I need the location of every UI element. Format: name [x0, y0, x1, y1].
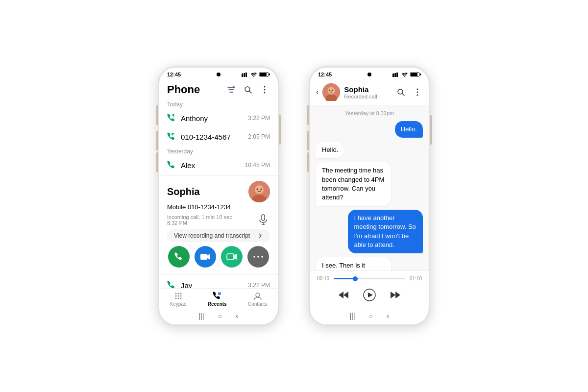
- msg-hello-sent-text: Hello.: [401, 125, 417, 133]
- status-bar-2: 12:45: [310, 68, 429, 79]
- audio-progress-bar: 00:10 01:10: [317, 276, 422, 281]
- call-item-alex[interactable]: Alex 10:45 PM: [159, 156, 278, 174]
- android-home-btn-2[interactable]: ○: [369, 312, 373, 320]
- date-label: Yesterday at 8:32pm: [316, 110, 423, 116]
- call-time-jay: 3:22 PM: [248, 282, 270, 288]
- call-name-unknown: 010-1234-4567: [181, 133, 243, 141]
- svg-point-43: [256, 293, 260, 297]
- msg-meeting-received: The meeting time has been changed to 4PM…: [316, 162, 391, 206]
- svg-point-10: [233, 86, 235, 88]
- svg-rect-2: [245, 73, 247, 77]
- android-menu-btn-2[interactable]: |||: [350, 312, 355, 320]
- more-icon[interactable]: [259, 84, 270, 95]
- svg-point-34: [177, 293, 179, 294]
- android-home-btn-1[interactable]: ○: [218, 312, 222, 320]
- nav-keypad-label: Keypad: [170, 301, 187, 307]
- camera-dot-1: [217, 73, 220, 76]
- view-recording-label: View recording and transcript: [174, 232, 250, 239]
- svg-marker-27: [207, 254, 210, 260]
- status-bar-1: 12:45: [159, 68, 278, 79]
- svg-point-19: [255, 185, 264, 194]
- svg-point-39: [175, 298, 176, 299]
- chat-contact-info: Sophia Recorded call: [344, 85, 392, 99]
- nav-contacts[interactable]: Contacts: [248, 292, 267, 307]
- chat-search-icon[interactable]: [395, 87, 406, 98]
- msg-hello-received: Hello.: [316, 142, 344, 158]
- progress-thumb: [353, 276, 358, 281]
- view-recording-button[interactable]: View recording and transcript: [167, 229, 270, 242]
- android-menu-btn-1[interactable]: |||: [199, 312, 204, 320]
- filter-icon[interactable]: [226, 84, 237, 95]
- more-options-button[interactable]: [247, 246, 269, 268]
- status-icons-2: [392, 72, 421, 77]
- call-button[interactable]: [168, 246, 190, 268]
- call-time-unknown: 2:05 PM: [248, 133, 270, 140]
- audio-player: 00:10 01:10: [310, 270, 429, 309]
- svg-marker-29: [234, 254, 237, 260]
- status-icons-1: [242, 72, 270, 77]
- svg-point-60: [417, 95, 418, 96]
- time-2: 12:45: [318, 72, 332, 77]
- android-back-btn-2[interactable]: ‹: [387, 312, 389, 320]
- rewind-button[interactable]: [338, 291, 349, 299]
- svg-marker-61: [339, 292, 343, 298]
- chat-recorded-status: Recorded call: [344, 94, 392, 99]
- msg-another-meeting-text: I have another meeting tomorrow. So I'm …: [354, 214, 416, 248]
- svg-point-35: [180, 293, 181, 294]
- meet-button[interactable]: [221, 246, 243, 268]
- svg-point-15: [264, 92, 266, 94]
- video-call-button[interactable]: [195, 246, 216, 268]
- chat-header-icons: [395, 87, 423, 98]
- svg-point-52: [328, 87, 335, 95]
- svg-point-13: [264, 86, 266, 88]
- svg-point-3: [253, 76, 254, 77]
- svg-rect-45: [394, 73, 396, 77]
- call-item-anthony[interactable]: Anthony 3:22 PM: [159, 109, 278, 127]
- svg-point-40: [177, 298, 179, 299]
- time-1: 12:45: [167, 72, 181, 77]
- call-time-alex: 10:45 PM: [245, 162, 270, 169]
- nav-keypad[interactable]: Keypad: [170, 292, 187, 307]
- svg-rect-23: [262, 215, 265, 220]
- msg-hello-sent: Hello.: [395, 121, 423, 138]
- chat-more-icon[interactable]: [412, 87, 423, 98]
- progress-fill: [334, 278, 355, 279]
- keypad-icon: [174, 292, 183, 300]
- section-yesterday: Yesterday: [159, 146, 278, 156]
- call-incoming-icon-1: [167, 114, 176, 122]
- call-item-jay[interactable]: Jay 3:22 PM: [159, 276, 278, 288]
- svg-rect-26: [200, 254, 207, 260]
- msg-10am-received: I see. Then is it possible at 10AM?: [316, 257, 391, 270]
- svg-rect-50: [411, 73, 417, 76]
- svg-rect-44: [392, 74, 394, 77]
- nav-recents[interactable]: Recents: [208, 292, 227, 307]
- svg-line-57: [402, 94, 404, 96]
- play-button[interactable]: [361, 286, 378, 304]
- android-nav-1: ||| ○ ‹: [159, 309, 278, 324]
- chat-header: ‹ Sophia Recorded call: [310, 79, 429, 105]
- android-back-btn-1[interactable]: ‹: [236, 312, 238, 320]
- search-icon[interactable]: [243, 84, 253, 95]
- fast-forward-button[interactable]: [390, 291, 401, 299]
- svg-point-22: [261, 189, 262, 190]
- svg-point-33: [175, 293, 176, 294]
- sophia-expanded-card[interactable]: Sophia: [159, 175, 278, 275]
- svg-point-32: [261, 256, 263, 258]
- call-item-unknown[interactable]: 010-1234-4567 2:05 PM: [159, 127, 278, 146]
- phone-1: 12:45 Phone: [158, 66, 279, 326]
- svg-rect-6: [260, 73, 267, 76]
- sophia-action-buttons: [167, 246, 270, 268]
- svg-marker-62: [343, 292, 348, 298]
- msg-meeting-text: The meeting time has been changed to 4PM…: [322, 167, 384, 201]
- back-button[interactable]: ‹: [316, 88, 318, 97]
- svg-point-37: [177, 295, 179, 297]
- svg-point-55: [332, 90, 333, 91]
- svg-point-21: [257, 189, 258, 190]
- svg-point-38: [180, 295, 181, 297]
- svg-rect-49: [420, 74, 421, 75]
- call-name-jay: Jay: [181, 281, 243, 289]
- sophia-call-time: 8:32 PM: [167, 220, 232, 226]
- progress-bar[interactable]: [334, 278, 405, 279]
- call-time-anthony: 3:22 PM: [248, 115, 270, 122]
- svg-point-59: [417, 92, 418, 93]
